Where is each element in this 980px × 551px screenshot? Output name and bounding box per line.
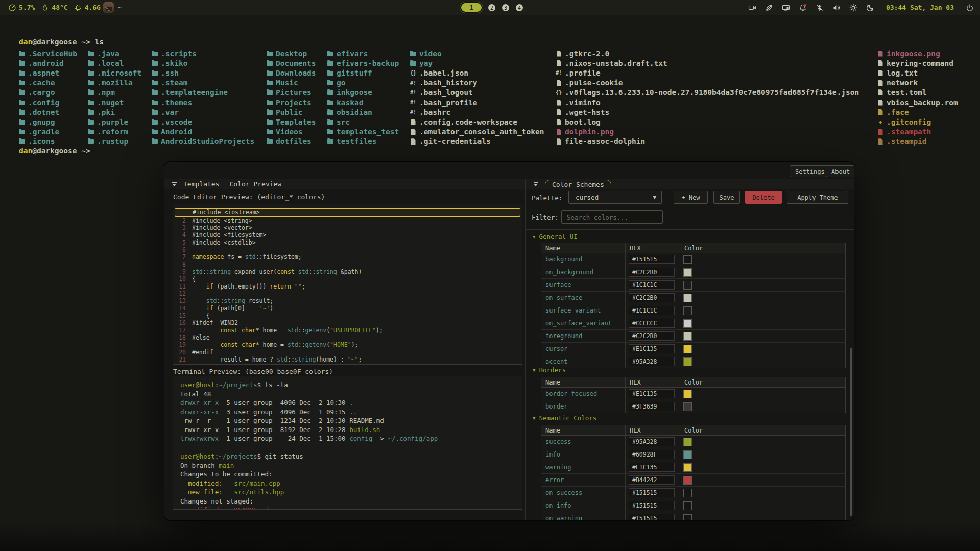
hex-value-input[interactable]: #CCCCCC xyxy=(629,319,675,328)
ls-column: .gtkrc-2.0.nixos-unstab.draft.txt#!.prof… xyxy=(556,49,859,147)
color-swatch[interactable] xyxy=(683,489,692,497)
collapse-icon[interactable] xyxy=(533,182,539,186)
color-swatch[interactable] xyxy=(683,281,692,290)
script-file-icon: #! xyxy=(410,80,416,86)
hex-value-input[interactable]: #151515 xyxy=(629,501,675,510)
terminal-app-icon[interactable] xyxy=(103,2,114,13)
notifications-icon[interactable] xyxy=(799,4,807,12)
code-line: 6 xyxy=(175,246,520,253)
file-entry-name: file-assoc-dolphin xyxy=(565,137,645,146)
file-entry: Music xyxy=(267,78,316,88)
hex-value-input[interactable]: #1C1C1C xyxy=(629,306,675,315)
search-colors-input[interactable] xyxy=(561,210,663,224)
hex-value-input[interactable]: #C2C2B0 xyxy=(629,293,675,302)
folder-icon xyxy=(19,120,25,125)
palette-select[interactable]: cursed ▼ xyxy=(568,191,662,204)
color-swatch[interactable] xyxy=(683,332,692,341)
color-swatch[interactable] xyxy=(683,476,692,485)
color-swatch[interactable] xyxy=(683,319,692,328)
section-heading-semantic[interactable]: ▼Semantic Colors xyxy=(533,414,596,422)
script-file-icon: #! xyxy=(410,100,416,105)
workspace-3[interactable]: 3 xyxy=(502,4,509,11)
color-name: on_success xyxy=(541,487,626,499)
hex-value-input[interactable]: #E1C135 xyxy=(629,389,675,398)
color-swatch[interactable] xyxy=(683,268,692,277)
collapse-icon[interactable] xyxy=(172,182,177,186)
brightness-icon[interactable] xyxy=(849,4,857,12)
hex-value-input[interactable]: #B44242 xyxy=(629,475,675,485)
tab-color-schemes[interactable]: Color Schemes xyxy=(545,180,611,190)
new-palette-button[interactable]: + New xyxy=(674,191,708,204)
hex-value-input[interactable]: #95A328 xyxy=(629,357,675,366)
terminal-lines: user@host:~/projects$ ls -latotal 48drwx… xyxy=(173,376,522,510)
volume-icon[interactable] xyxy=(832,4,841,12)
file-entry-name: .purple xyxy=(97,118,128,126)
workspace-4[interactable]: 4 xyxy=(516,4,523,11)
folder-icon xyxy=(152,101,158,105)
feather-icon[interactable] xyxy=(765,4,773,12)
hex-value-input[interactable]: #E1C135 xyxy=(629,344,675,353)
table-row: border_focused#E1C135 xyxy=(541,388,845,400)
power-icon[interactable] xyxy=(966,4,974,12)
hex-value-input[interactable]: #151515 xyxy=(629,488,675,497)
hex-value-input[interactable]: #C2C2B0 xyxy=(629,268,675,277)
terminal-token: 1 user group 24 Dec 1 15:00 xyxy=(219,435,349,442)
hex-value-input[interactable]: #95A328 xyxy=(629,437,675,446)
file-entry: .local xyxy=(88,58,141,68)
terminal-token: ~/.config/app xyxy=(388,435,438,442)
settings-button[interactable]: Settings xyxy=(790,165,830,177)
tab-templates[interactable]: Templates xyxy=(183,180,219,188)
about-button[interactable]: About xyxy=(826,165,854,177)
file-entry-name: Android xyxy=(161,128,192,136)
apply-theme-button[interactable]: Apply Theme xyxy=(787,191,848,204)
folder-icon xyxy=(152,52,158,56)
file-entry: .config.code-workspace xyxy=(410,117,544,127)
workspace-1-active[interactable]: 1 xyxy=(461,3,482,12)
hex-value-input[interactable]: #151515 xyxy=(629,255,675,264)
file-entry-name: boot.log xyxy=(565,118,601,126)
section-heading-general_ui[interactable]: ▼General UI xyxy=(533,233,578,241)
color-swatch[interactable] xyxy=(683,501,692,510)
color-swatch[interactable] xyxy=(683,255,692,264)
workspace-2[interactable]: 2 xyxy=(488,4,495,11)
file-icon xyxy=(557,100,561,106)
color-cell xyxy=(680,317,845,329)
color-swatch[interactable] xyxy=(683,438,692,446)
code-line: 20#endif xyxy=(175,349,520,356)
file-entry: .npm xyxy=(88,88,141,98)
hex-value-input[interactable]: #C2C2B0 xyxy=(629,331,675,341)
save-palette-button[interactable]: Save xyxy=(713,191,740,204)
screencast-icon[interactable] xyxy=(748,4,756,12)
code-line: 13 std::string result; xyxy=(175,297,520,304)
file-entry-name: video xyxy=(419,50,442,58)
color-swatch[interactable] xyxy=(683,402,692,411)
delete-palette-button[interactable]: Delete xyxy=(745,191,782,204)
hex-value-input[interactable]: #E1C135 xyxy=(629,463,675,472)
bluetooth-off-icon[interactable] xyxy=(816,4,824,12)
code-token xyxy=(192,305,206,312)
color-swatch[interactable] xyxy=(683,357,692,366)
stat-gauge: 5.7% xyxy=(8,4,35,12)
column-header: Name xyxy=(541,425,626,435)
file-icon xyxy=(878,100,883,106)
hex-value-input[interactable]: #151515 xyxy=(629,514,675,521)
divider xyxy=(526,229,854,230)
section-heading-borders[interactable]: ▼Borders xyxy=(533,366,566,374)
file-entry-name: .nuget xyxy=(97,99,124,107)
night-light-icon[interactable] xyxy=(866,4,874,12)
scrollbar-thumb[interactable] xyxy=(850,348,852,516)
color-swatch[interactable] xyxy=(683,345,692,353)
color-swatch[interactable] xyxy=(683,463,692,472)
taskbar-app-title[interactable]: ~ xyxy=(118,4,122,11)
hex-value-input[interactable]: #3F3639 xyxy=(629,402,675,411)
color-swatch[interactable] xyxy=(683,450,692,459)
color-swatch[interactable] xyxy=(683,514,692,521)
tab-color-preview[interactable]: Color Preview xyxy=(229,180,281,188)
color-swatch[interactable] xyxy=(683,306,692,315)
hex-value-input[interactable]: #1C1C1C xyxy=(629,280,675,290)
color-swatch[interactable] xyxy=(683,294,692,302)
color-swatch[interactable] xyxy=(683,390,692,398)
code-token: return xyxy=(270,283,291,290)
hex-value-input[interactable]: #60928F xyxy=(629,450,675,459)
screen-lock-icon[interactable] xyxy=(782,4,790,12)
